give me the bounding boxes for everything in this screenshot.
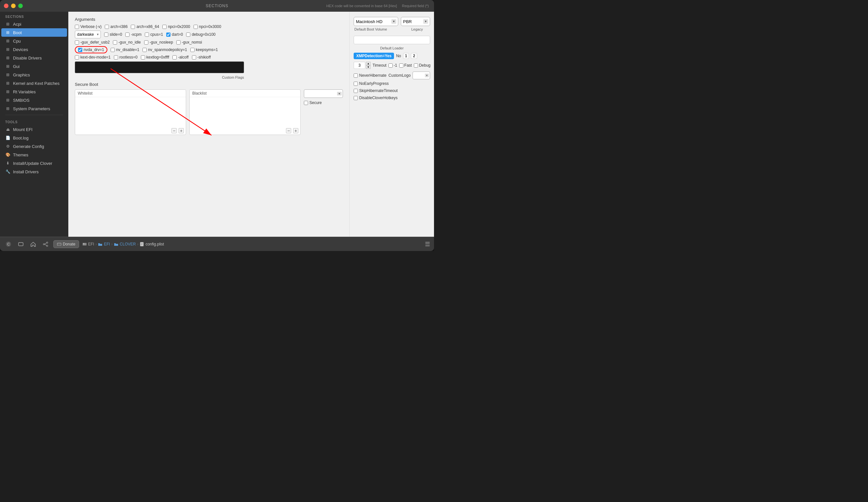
rootless-checkbox[interactable] xyxy=(114,55,118,60)
fast-check[interactable]: Fast xyxy=(399,63,412,67)
alcoff-check[interactable]: -alcoff xyxy=(173,55,188,60)
fast-checkbox[interactable] xyxy=(399,63,403,67)
toolbar-icon-share[interactable] xyxy=(41,240,50,249)
sidebar-item-generate-config[interactable]: ⚙ Generate Config xyxy=(0,142,68,150)
keepsyms-checkbox[interactable] xyxy=(190,48,195,52)
gux-nomsi-checkbox[interactable] xyxy=(176,40,180,44)
sidebar-item-install-update[interactable]: ⬇ Install/Update Clover xyxy=(0,159,68,167)
timeout-up-button[interactable]: ▲ xyxy=(366,62,371,65)
maximize-button[interactable] xyxy=(18,3,23,8)
verbose-checkbox[interactable] xyxy=(75,25,79,29)
blacklist-plus-button[interactable]: + xyxy=(293,128,298,133)
sidebar-item-install-drivers[interactable]: 🔧 Install Drivers xyxy=(0,167,68,176)
close-button[interactable] xyxy=(4,3,9,8)
nv-span-check[interactable]: nv_spanmodepolicy=1 xyxy=(143,48,187,52)
secure-checkbox[interactable] xyxy=(304,101,308,105)
debug-check[interactable]: debug=0x100 xyxy=(186,32,215,37)
sidebar-item-boot[interactable]: ⊞ Boot xyxy=(1,28,67,37)
gux-nomsi-check[interactable]: -gux_nomsi xyxy=(176,40,202,44)
secure-check[interactable]: Secure xyxy=(304,101,343,105)
never-hibernate-check[interactable]: NeverHibernate xyxy=(354,73,386,78)
kext-dev-checkbox[interactable] xyxy=(75,55,79,60)
minimize-button[interactable] xyxy=(11,3,16,8)
cpus1-checkbox[interactable] xyxy=(145,32,149,37)
sidebar-item-rt-variables[interactable]: ⊞ Rt Variables xyxy=(0,87,68,96)
custom-logo-select[interactable] xyxy=(413,72,430,79)
debug-timeout-checkbox[interactable] xyxy=(414,63,418,67)
sidebar-item-themes[interactable]: 🎨 Themes xyxy=(0,150,68,159)
sidebar-item-smbios[interactable]: ⊞ SMBIOS xyxy=(0,96,68,104)
debug-checkbox[interactable] xyxy=(186,32,190,37)
sidebar-item-acpi[interactable]: ⊞ Acpi xyxy=(0,20,68,28)
shikioff-checkbox[interactable] xyxy=(192,55,196,60)
custom-flags-input[interactable] xyxy=(75,61,244,73)
gux-no-idle-check[interactable]: -gux_no_idle xyxy=(113,40,141,44)
sidebar-item-boot-log[interactable]: 📄 Boot.log xyxy=(0,134,68,142)
gux-nosleep-checkbox[interactable] xyxy=(144,40,148,44)
toolbar-icon-2[interactable] xyxy=(16,240,25,249)
npci-3000-check[interactable]: npci=0x3000 xyxy=(194,24,221,29)
shikioff-check[interactable]: -shikioff xyxy=(192,55,211,60)
neg1-check[interactable]: -1 xyxy=(389,63,397,67)
cpus1-check[interactable]: cpus=1 xyxy=(145,32,163,37)
timeout-down-button[interactable]: ▼ xyxy=(366,65,371,69)
gux-defer-check[interactable]: -gux_defer_usb2 xyxy=(75,40,110,44)
sidebar-item-devices[interactable]: ⊞ Devices xyxy=(0,45,68,54)
skip-hibernate-check[interactable]: SkipHibernateTimeout xyxy=(354,88,397,93)
nvda-checkbox[interactable] xyxy=(78,48,82,52)
nv-span-checkbox[interactable] xyxy=(143,48,147,52)
darkwake-select[interactable]: darkwake xyxy=(75,31,101,38)
gux-defer-checkbox[interactable] xyxy=(75,40,79,44)
donate-button[interactable]: Donate xyxy=(53,240,79,248)
debug-timeout-check[interactable]: Debug xyxy=(414,63,431,67)
slide0-checkbox[interactable] xyxy=(104,32,108,37)
nv-disable-check[interactable]: nv_disable=1 xyxy=(111,48,139,52)
sidebar-item-mount-efi[interactable]: ⏏ Mount EFI xyxy=(0,125,68,134)
arch-x86-checkbox[interactable] xyxy=(131,25,135,29)
dart0-checkbox[interactable] xyxy=(166,32,170,37)
sidebar-item-system-parameters[interactable]: ⊞ System Parameters xyxy=(0,104,68,113)
nv-disable-checkbox[interactable] xyxy=(111,48,115,52)
sidebar-item-disable-drivers[interactable]: ⊞ Disable Drivers xyxy=(0,54,68,62)
alcoff-checkbox[interactable] xyxy=(173,55,177,60)
toolbar-icon-home[interactable] xyxy=(29,240,38,249)
arch-i386-check[interactable]: arch=i386 xyxy=(105,24,127,29)
verbose-check[interactable]: Verbose (-v) xyxy=(75,24,102,29)
dart0-check[interactable]: dart=0 xyxy=(166,32,183,37)
keepsyms-check[interactable]: keepsyms=1 xyxy=(190,48,218,52)
npci-3000-checkbox[interactable] xyxy=(194,25,198,29)
skip-hibernate-checkbox[interactable] xyxy=(354,89,358,93)
disable-hotkeys-check[interactable]: DisableCloverHotkeys xyxy=(354,96,397,100)
arch-x86-check[interactable]: arch=x86_64 xyxy=(131,24,159,29)
kext-dev-check[interactable]: kext-dev-mode=1 xyxy=(75,55,111,60)
neg1-checkbox[interactable] xyxy=(389,63,393,67)
xcpm-check[interactable]: -xcpm xyxy=(125,32,142,37)
gux-nosleep-check[interactable]: -gux_nosleep xyxy=(144,40,173,44)
nvda-check[interactable]: nvda_drv=1 xyxy=(78,48,104,52)
sidebar-item-gui[interactable]: ⊞ Gui xyxy=(0,62,68,71)
slide0-check[interactable]: slide=0 xyxy=(104,32,122,37)
npci-2000-checkbox[interactable] xyxy=(162,25,167,29)
no-early-checkbox[interactable] xyxy=(354,82,358,86)
sidebar-item-cpu[interactable]: ⊞ Cpu xyxy=(0,37,68,45)
disable-hotkeys-checkbox[interactable] xyxy=(354,96,358,100)
blacklist-minus-button[interactable]: − xyxy=(286,128,291,133)
legacy-select[interactable]: PBR xyxy=(401,17,430,26)
xcpm-checkbox[interactable] xyxy=(125,32,130,37)
sidebar-item-kernel-kext[interactable]: ⊞ Kernel and Kext Patches xyxy=(0,79,68,87)
sidebar-item-graphics[interactable]: ⊞ Graphics xyxy=(0,71,68,79)
gux-no-idle-checkbox[interactable] xyxy=(113,40,117,44)
xmp-2-label[interactable]: 2 xyxy=(411,53,417,59)
whitelist-plus-button[interactable]: + xyxy=(179,128,184,133)
xmp-yes-button[interactable]: XMPDetection=Yes xyxy=(354,53,394,59)
toolbar-icon-1[interactable]: C xyxy=(4,240,13,249)
never-hibernate-checkbox[interactable] xyxy=(354,73,358,78)
timeout-input[interactable] xyxy=(354,62,365,69)
kextlog-check[interactable]: kextlog=0xffff xyxy=(141,55,169,60)
whitelist-minus-button[interactable]: − xyxy=(172,128,177,133)
xmp-1-label[interactable]: 1 xyxy=(403,53,409,59)
secure-dropdown[interactable] xyxy=(304,90,343,98)
boot-volume-select[interactable]: Macintosh HD xyxy=(354,17,398,26)
arch-i386-checkbox[interactable] xyxy=(105,25,109,29)
kextlog-checkbox[interactable] xyxy=(141,55,145,60)
